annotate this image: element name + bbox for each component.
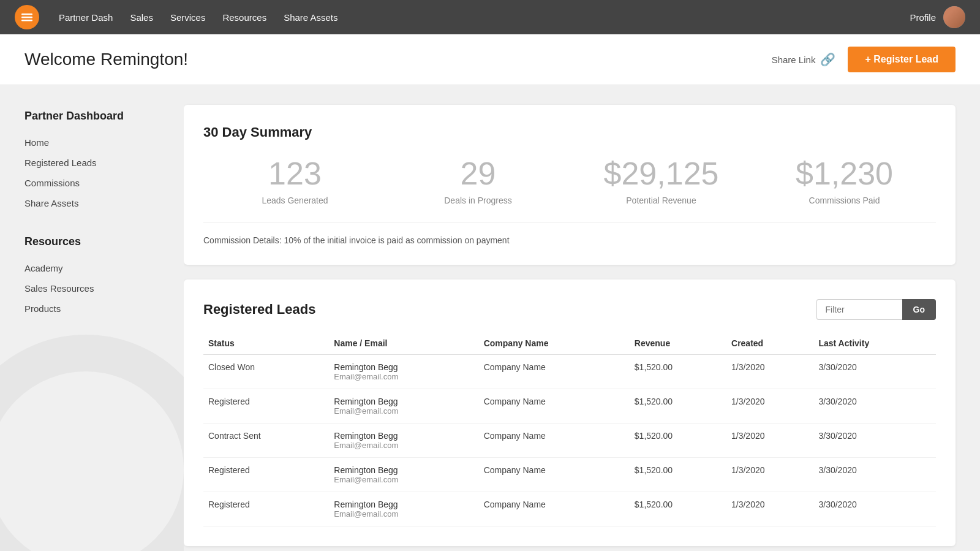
filter-row: Go xyxy=(816,299,936,320)
stat-deals-label: Deals in Progress xyxy=(386,196,570,205)
navbar-right: Profile xyxy=(910,6,965,28)
cell-revenue: $1,520.00 xyxy=(630,389,726,424)
cell-last-activity: 3/30/2020 xyxy=(813,492,936,526)
leads-table-body: Closed Won Remington Begg Email@email.co… xyxy=(203,355,936,526)
col-last-activity: Last Activity xyxy=(813,332,936,355)
cell-created: 1/3/2020 xyxy=(726,458,813,492)
avatar[interactable] xyxy=(943,6,965,28)
cell-company: Company Name xyxy=(479,389,630,424)
sidebar-item-products[interactable]: Products xyxy=(24,298,159,319)
sidebar-partner-section: Partner Dashboard Home Registered Leads … xyxy=(24,110,159,213)
sidebar-partner-items: Home Registered Leads Commissions Share … xyxy=(24,132,159,213)
cell-last-activity: 3/30/2020 xyxy=(813,355,936,389)
page-header: Welcome Remington! Share Link 🔗 + Regist… xyxy=(0,34,980,85)
svg-rect-0 xyxy=(21,13,32,15)
cell-created: 1/3/2020 xyxy=(726,492,813,526)
table-row: Registered Remington Begg Email@email.co… xyxy=(203,389,936,424)
cell-name-email: Remington Begg Email@email.com xyxy=(329,492,478,526)
cell-created: 1/3/2020 xyxy=(726,389,813,424)
cell-name-email: Remington Begg Email@email.com xyxy=(329,389,478,424)
cell-status: Closed Won xyxy=(203,355,329,389)
nav-services[interactable]: Services xyxy=(170,12,206,23)
nav-links: Partner Dash Sales Services Resources Sh… xyxy=(59,12,890,23)
summary-card: 30 Day Summary 123 Leads Generated 29 De… xyxy=(184,105,956,265)
cell-last-activity: 3/30/2020 xyxy=(813,389,936,424)
go-button[interactable]: Go xyxy=(902,299,936,320)
leads-title: Registered Leads xyxy=(203,302,315,317)
nav-partner-dash[interactable]: Partner Dash xyxy=(59,12,113,23)
cell-name-email: Remington Begg Email@email.com xyxy=(329,458,478,492)
cell-status: Registered xyxy=(203,458,329,492)
table-row: Registered Remington Begg Email@email.co… xyxy=(203,492,936,526)
main-content: 30 Day Summary 123 Leads Generated 29 De… xyxy=(184,85,980,551)
col-company: Company Name xyxy=(479,332,630,355)
summary-stats: 123 Leads Generated 29 Deals in Progress… xyxy=(203,158,936,205)
sidebar-item-registered-leads[interactable]: Registered Leads xyxy=(24,153,159,173)
stat-commissions-value: $1,230 xyxy=(753,158,936,189)
register-lead-button[interactable]: + Register Lead xyxy=(848,47,956,72)
cell-company: Company Name xyxy=(479,424,630,458)
leads-table-header: Status Name / Email Company Name Revenue… xyxy=(203,332,936,355)
cell-last-activity: 3/30/2020 xyxy=(813,424,936,458)
sidebar-resources-items: Academy Sales Resources Products xyxy=(24,258,159,319)
stat-leads: 123 Leads Generated xyxy=(203,158,386,205)
table-row: Closed Won Remington Begg Email@email.co… xyxy=(203,355,936,389)
cell-revenue: $1,520.00 xyxy=(630,458,726,492)
col-name-email: Name / Email xyxy=(329,332,478,355)
nav-sales[interactable]: Sales xyxy=(130,12,153,23)
cell-revenue: $1,520.00 xyxy=(630,424,726,458)
stat-revenue: $29,125 Potential Revenue xyxy=(570,158,753,205)
stat-leads-value: 123 xyxy=(203,158,386,189)
sidebar-resources-title: Resources xyxy=(24,235,159,248)
cell-company: Company Name xyxy=(479,355,630,389)
cell-company: Company Name xyxy=(479,492,630,526)
nav-share-assets[interactable]: Share Assets xyxy=(284,12,337,23)
sidebar-item-academy[interactable]: Academy xyxy=(24,258,159,278)
table-row: Registered Remington Begg Email@email.co… xyxy=(203,458,936,492)
navbar: Partner Dash Sales Services Resources Sh… xyxy=(0,0,980,34)
avatar-image xyxy=(943,6,965,28)
cell-created: 1/3/2020 xyxy=(726,355,813,389)
header-actions: Share Link 🔗 + Register Lead xyxy=(772,47,956,72)
share-link-label: Share Link xyxy=(772,55,816,65)
nav-resources[interactable]: Resources xyxy=(222,12,266,23)
sidebar-partner-title: Partner Dashboard xyxy=(24,110,159,123)
stat-deals-value: 29 xyxy=(386,158,570,189)
svg-rect-1 xyxy=(21,17,32,18)
leads-card: Registered Leads Go Status Name / Email … xyxy=(184,279,956,546)
logo[interactable] xyxy=(15,5,39,29)
sidebar-item-sales-resources[interactable]: Sales Resources xyxy=(24,278,159,298)
col-revenue: Revenue xyxy=(630,332,726,355)
summary-title: 30 Day Summary xyxy=(203,124,936,140)
share-link[interactable]: Share Link 🔗 xyxy=(772,52,836,67)
sidebar-item-home[interactable]: Home xyxy=(24,132,159,153)
sidebar: Partner Dashboard Home Registered Leads … xyxy=(0,85,184,551)
cell-created: 1/3/2020 xyxy=(726,424,813,458)
cell-company: Company Name xyxy=(479,458,630,492)
stat-deals: 29 Deals in Progress xyxy=(386,158,570,205)
sidebar-resources-section: Resources Academy Sales Resources Produc… xyxy=(24,235,159,319)
cell-last-activity: 3/30/2020 xyxy=(813,458,936,492)
cell-revenue: $1,520.00 xyxy=(630,355,726,389)
col-status: Status xyxy=(203,332,329,355)
cell-name-email: Remington Begg Email@email.com xyxy=(329,355,478,389)
stat-revenue-label: Potential Revenue xyxy=(570,196,753,205)
col-created: Created xyxy=(726,332,813,355)
table-row: Contract Sent Remington Begg Email@email… xyxy=(203,424,936,458)
profile-label[interactable]: Profile xyxy=(910,12,936,23)
svg-rect-2 xyxy=(21,20,32,21)
cell-name-email: Remington Begg Email@email.com xyxy=(329,424,478,458)
cell-status: Registered xyxy=(203,492,329,526)
filter-input[interactable] xyxy=(816,299,902,320)
leads-table: Status Name / Email Company Name Revenue… xyxy=(203,332,936,526)
stat-revenue-value: $29,125 xyxy=(570,158,753,189)
commission-details: Commission Details: 10% of the initial i… xyxy=(203,222,936,245)
stat-leads-label: Leads Generated xyxy=(203,196,386,205)
stat-commissions-label: Commissions Paid xyxy=(753,196,936,205)
sidebar-item-share-assets[interactable]: Share Assets xyxy=(24,193,159,213)
cell-status: Contract Sent xyxy=(203,424,329,458)
sidebar-item-commissions[interactable]: Commissions xyxy=(24,173,159,193)
page-title: Welcome Remington! xyxy=(24,50,188,69)
stat-commissions: $1,230 Commissions Paid xyxy=(753,158,936,205)
cell-revenue: $1,520.00 xyxy=(630,492,726,526)
